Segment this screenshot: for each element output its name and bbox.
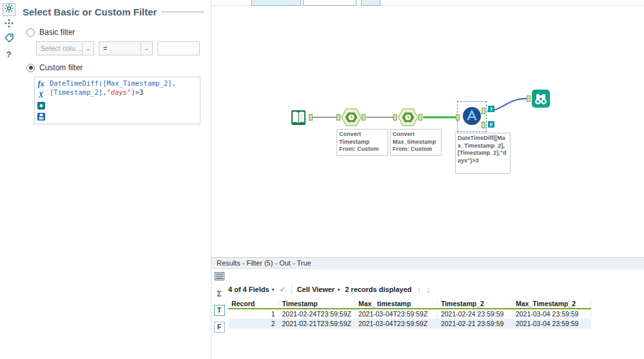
title-divider	[162, 12, 204, 12]
false-output-anchor[interactable]	[482, 122, 485, 128]
scroll-down-icon[interactable]: ↓	[426, 285, 431, 295]
tool-annotation[interactable]: Convert Max_timestamp From: Custom	[390, 129, 442, 156]
column-select-dropdown[interactable]: Select colu... ⌄	[36, 41, 94, 55]
expression-code-area[interactable]: DateTimeDiff([Max_Timestamp_2], [Timesta…	[48, 77, 200, 124]
custom-filter-radio[interactable]	[26, 64, 35, 72]
table-row: 1 2021-02-24T23:59:59Z 2021-03-04T23:59:…	[228, 309, 590, 319]
help-icon: ?	[6, 50, 12, 59]
column-header[interactable]: Timestamp	[278, 299, 355, 309]
input-anchor[interactable]	[456, 114, 460, 121]
config-side-rail: ?	[0, 0, 17, 359]
column-header[interactable]: Max_ timestamp	[355, 299, 437, 309]
data-cell[interactable]: 2021-03-04T23:59:59Z	[355, 319, 437, 329]
column-header[interactable]: Timestamp_2	[437, 299, 512, 309]
filter-value-input[interactable]	[157, 41, 200, 55]
variables-icon[interactable]: X	[37, 90, 46, 99]
results-toolbar: 4 of 4 Fields ▾ ✓ Cell Viewer ▾ 2 record…	[228, 283, 431, 296]
save-expression-icon[interactable]	[37, 112, 46, 121]
column-select-placeholder: Select colu...	[37, 42, 82, 55]
operator-dropdown[interactable]: = ⌄	[99, 41, 153, 55]
custom-filter-label: Custom filter	[39, 63, 83, 72]
results-panel-header: Results - Filter (5) - Out - True	[211, 258, 644, 269]
navigation-icon	[4, 18, 14, 31]
data-cell[interactable]: 2021-02-24 23:59:59	[437, 309, 512, 319]
expression-line-2: [Timestamp_2],"days")>3	[50, 88, 198, 97]
alteryx-macro-icon	[461, 118, 483, 129]
true-output-anchor[interactable]	[482, 108, 485, 114]
data-cell[interactable]: 2021-02-21T23:59:59Z	[278, 319, 355, 329]
data-cell[interactable]: 2021-02-24T23:59:59Z	[278, 309, 355, 319]
datetime-tool-2[interactable]	[398, 107, 418, 130]
data-cell[interactable]: 2021-02-21 23:59:59	[437, 319, 512, 329]
output-anchor[interactable]	[309, 114, 313, 121]
results-left-strip: Σ T F	[211, 269, 227, 359]
table-row: 2 2021-02-21T23:59:59Z 2021-03-04T23:59:…	[228, 319, 590, 329]
workflow-canvas[interactable]: T F Convert Timestamp From: Custom C	[211, 0, 644, 257]
toolbar-divider	[291, 285, 292, 295]
scroll-up-icon[interactable]: ↑	[417, 285, 422, 295]
results-title: Results - Filter (5) - Out - True	[217, 259, 311, 267]
true-output-tab[interactable]: T	[214, 305, 225, 316]
basic-filter-option[interactable]: Basic filter	[26, 28, 204, 37]
datetime-icon	[341, 119, 362, 130]
data-cell[interactable]: 2021-03-04T23:59:59Z	[355, 309, 437, 319]
constants-icon[interactable]	[37, 101, 46, 110]
output-anchor[interactable]	[418, 114, 422, 121]
chevron-down-icon[interactable]: ▾	[337, 287, 340, 293]
output-anchor[interactable]	[362, 114, 366, 121]
profile-view-button[interactable]: Σ	[214, 288, 225, 299]
filter-macro-tool[interactable]	[461, 105, 483, 130]
apply-check-icon[interactable]: ✓	[280, 285, 286, 294]
basic-filter-radio[interactable]	[26, 28, 35, 37]
tool-annotation[interactable]: DateTimeDiff([Max_Timestamp_2],[Timestam…	[455, 133, 511, 174]
expression-line-1: DateTimeDiff([Max_Timestamp_2],	[50, 79, 198, 88]
results-panel: Results - Filter (5) - Out - True Σ	[211, 257, 644, 359]
config-title-row: Select Basic or Custom Filter	[23, 6, 204, 17]
datetime-tool-1[interactable]	[341, 107, 362, 130]
gear-icon	[4, 3, 14, 16]
data-cell[interactable]: 2021-03-04 23:59:59	[512, 319, 590, 329]
chevron-down-icon[interactable]: ⌄	[82, 42, 93, 55]
filter-configuration-panel: Select Basic or Custom Filter Basic filt…	[17, 0, 211, 359]
column-header[interactable]: Max_Timestamp_2	[512, 299, 590, 309]
alteryx-designer-window: ? Select Basic or Custom Filter Basic fi…	[0, 0, 644, 359]
input-data-icon	[288, 119, 309, 130]
navigation-tab-button[interactable]	[3, 18, 15, 31]
grid-header-row: Record Timestamp Max_ timestamp Timestam…	[228, 299, 590, 309]
custom-filter-option[interactable]: Custom filter	[26, 63, 204, 72]
records-table-icon	[215, 271, 224, 283]
browse-tool[interactable]	[531, 89, 551, 111]
input-data-tool[interactable]	[288, 107, 309, 130]
results-grid: Record Timestamp Max_ timestamp Timestam…	[228, 299, 591, 329]
false-output-label: F	[488, 121, 494, 128]
expression-editor: fx X DateTimeDiff([Max_Timestamp_2], [Ti…	[34, 77, 200, 124]
page-title: Select Basic or Custom Filter	[23, 6, 157, 17]
input-anchor[interactable]	[527, 95, 531, 102]
cell-viewer-dropdown[interactable]: Cell Viewer	[297, 286, 335, 293]
annotation-tab-button[interactable]	[3, 33, 15, 46]
basic-filter-label: Basic filter	[39, 28, 75, 37]
help-tab-button[interactable]: ?	[3, 48, 15, 61]
record-cell[interactable]: 2	[228, 319, 278, 329]
expression-toolbar: fx X	[35, 77, 48, 124]
true-output-label: T	[488, 106, 494, 112]
column-header[interactable]: Record	[228, 299, 278, 309]
chevron-down-icon[interactable]: ▾	[272, 287, 275, 293]
tool-annotation[interactable]: Convert Timestamp From: Custom	[337, 129, 388, 156]
false-output-tab[interactable]: F	[214, 322, 225, 333]
fields-dropdown[interactable]: 4 of 4 Fields	[228, 286, 269, 293]
functions-icon[interactable]: fx	[37, 79, 46, 88]
operator-value: =	[99, 42, 141, 55]
binoculars-icon	[531, 99, 551, 110]
configuration-tab-button[interactable]	[3, 3, 15, 16]
tag-icon	[4, 33, 14, 46]
records-displayed-text: 2 records displayed	[345, 286, 411, 293]
data-cell[interactable]: 2021-03-04 23:59:59	[512, 309, 590, 319]
input-anchor[interactable]	[393, 114, 397, 121]
basic-filter-controls: Select colu... ⌄ = ⌄	[36, 41, 204, 55]
record-cell[interactable]: 1	[228, 309, 278, 319]
chevron-down-icon[interactable]: ⌄	[141, 42, 152, 55]
records-view-button[interactable]	[214, 271, 225, 282]
input-anchor[interactable]	[337, 114, 340, 121]
results-body: Σ T F 4 of 4 Fields ▾ ✓ Cell Viewer ▾ 2 …	[211, 269, 644, 359]
